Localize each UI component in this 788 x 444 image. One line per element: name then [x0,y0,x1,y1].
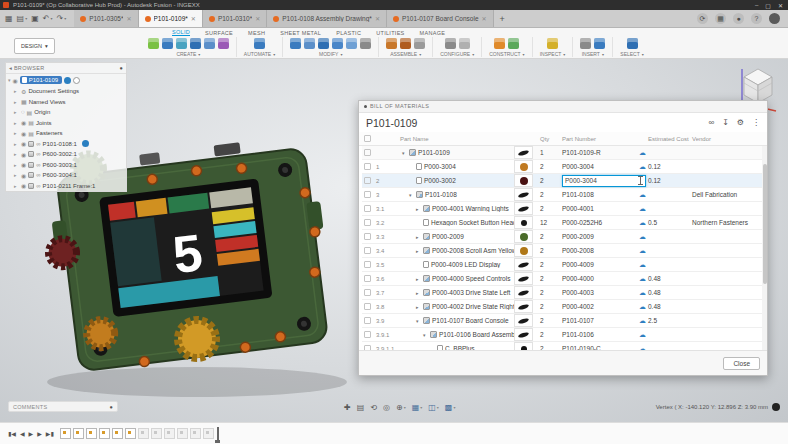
extensions-icon[interactable]: ▦ [715,13,726,24]
row-checkbox[interactable] [364,247,371,254]
part-number-edit-field[interactable]: P000-3004 [562,175,646,187]
ribbon-tab-surface[interactable]: SURFACE [205,30,233,36]
browser-item[interactable]: ▸◉▤Fasteners [6,128,126,139]
step-forward-icon[interactable]: ▶ [37,430,42,437]
go-to-start-icon[interactable]: ▮◀ [8,430,16,437]
sweep-icon[interactable] [204,38,215,49]
timeline-feature-icon[interactable] [125,428,136,439]
orbit-icon[interactable]: ⟲ [370,403,377,412]
column-part-number[interactable]: Part Number [562,136,648,142]
document-tab[interactable]: P101-0108 Assembly Drawing*✕ [267,10,387,27]
expand-icon[interactable]: ▸ [14,151,19,157]
timeline-feature-icon[interactable] [73,428,84,439]
new-tab-button[interactable]: + [494,10,511,27]
ribbon-group-label[interactable]: ASSEMBLE▾ [390,51,421,57]
row-checkbox[interactable] [364,191,371,198]
part-number-cell[interactable]: P000-4000☁ [562,275,648,283]
undo-icon[interactable]: ↶▾ [43,14,53,23]
expand-icon[interactable]: ▸ [14,120,19,126]
fillet-icon[interactable] [304,38,315,49]
ribbon-tab-utilities[interactable]: UTILITIES [376,30,404,36]
tab-close-icon[interactable]: ✕ [191,15,196,22]
eye-dim-icon[interactable]: ◌ [21,109,25,115]
column-part-name[interactable]: Part Name [400,136,514,142]
part-number-cell[interactable]: P000-4002☁ [562,303,648,311]
timeline-feature-icon[interactable] [60,428,71,439]
job-status-icon[interactable]: ⟳ [697,13,708,24]
expand-icon[interactable]: ▸ [416,234,421,240]
bom-scrollbar[interactable] [762,146,767,350]
expand-icon[interactable]: ▸ [14,88,19,94]
bom-row[interactable]: 3.2Hexagon Socket Button Head Screw DIN … [362,216,764,230]
measure-icon[interactable] [547,38,558,49]
bom-row[interactable]: ▾P101-01091P101-0109-R☁ [362,146,764,160]
browser-item[interactable]: ▸◉▤Joints [6,118,126,129]
part-number-cell[interactable]: P000-4003☁ [562,289,648,297]
combine-icon[interactable] [332,38,343,49]
offset-face-icon[interactable] [346,38,357,49]
document-tab[interactable]: P101-0109*✕ [139,10,203,27]
comments-bar[interactable]: COMMENTS ● [8,401,118,412]
ribbon-group-label[interactable]: CREATE▾ [176,51,200,57]
display-mode-icon[interactable]: ▦▾ [412,403,423,412]
insert-derive-icon[interactable] [580,38,591,49]
expand-icon[interactable]: ▸ [416,304,421,310]
workspace-selector[interactable]: DESIGN ▾ [14,38,55,54]
timeline-feature-icon[interactable] [151,428,162,439]
bom-row[interactable]: 3▾P101-01082P101-0108☁Dell Fabrication [362,188,764,202]
part-number-cell[interactable]: P000-2009☁ [562,233,648,241]
eye-icon[interactable]: ◉ [21,182,26,189]
expand-icon[interactable]: ▸ [14,130,19,136]
shell-icon[interactable] [318,38,329,49]
browser-item[interactable]: ▸▦Named Views [6,97,126,108]
pan-icon[interactable]: ✚ [344,403,351,412]
ribbon-group-label[interactable]: SELECT▾ [620,51,643,57]
eye-icon[interactable]: ◉ [21,172,26,179]
eye-icon[interactable]: ◉ [21,140,26,147]
bom-row[interactable]: 3.3▸P000-20092P000-2009☁ [362,230,764,244]
display-settings-icon[interactable]: ▤ [357,403,365,412]
more-icon[interactable]: ⋮ [752,118,760,127]
browser-root-item[interactable]: ▾ ◉ P101-0109 [6,74,126,86]
part-number-cell[interactable]: P101-0107☁ [562,317,648,325]
edit-badge[interactable] [73,77,80,84]
ribbon-tab-manage[interactable]: MANAGE [420,30,446,36]
bom-row[interactable]: 3.7▸P000-4003 Drive State Left2P000-4003… [362,286,764,300]
tab-close-icon[interactable]: ✕ [126,15,131,22]
timeline-feature-icon[interactable] [138,428,149,439]
column-vendor[interactable]: Vendor [692,136,754,142]
row-checkbox[interactable] [364,303,371,310]
export-icon[interactable]: ↧ [722,118,729,127]
part-number-cell[interactable]: P000-3004 [562,175,648,187]
expand-icon[interactable]: ▸ [14,162,19,168]
ribbon-group-label[interactable]: MODIFY▾ [319,51,342,57]
eye-icon[interactable]: ◉ [21,130,26,137]
document-tab[interactable]: P101-0310*✕ [203,10,267,27]
part-number-cell[interactable]: P101-0108☁ [562,191,648,199]
sync-badge[interactable] [64,77,71,84]
row-checkbox[interactable] [364,345,371,350]
ribbon-tab-sheet-metal[interactable]: SHEET METAL [280,30,321,36]
automate-icon[interactable] [254,38,265,49]
select-all-checkbox[interactable] [364,135,371,142]
play-icon[interactable]: ▶ [29,430,34,437]
drag-handle-icon[interactable] [364,105,367,108]
press-pull-icon[interactable] [290,38,301,49]
close-button[interactable]: ✕ [778,2,783,9]
bom-close-button[interactable]: Close [723,357,760,370]
expand-icon[interactable]: ▸ [416,290,421,296]
column-estimated-cost[interactable]: Estimated Cost [648,136,692,142]
profile-avatar[interactable] [769,13,780,24]
row-checkbox[interactable] [364,205,371,212]
column-qty[interactable]: Qty [540,136,562,142]
go-to-end-icon[interactable]: ▶▮ [46,430,54,437]
pattern-icon[interactable] [218,38,229,49]
browser-item[interactable]: ▸⚙Document Settings [6,86,126,97]
browser-item[interactable]: ▸◉∞P101-0211 Frame:1 [6,181,126,192]
insert-canvas-icon[interactable] [594,38,605,49]
part-number-cell[interactable]: P000-4001☁ [562,205,648,213]
part-number-cell[interactable]: P101-0109-R☁ [562,149,648,157]
expand-icon[interactable]: ▸ [416,206,421,212]
configure-icon[interactable] [445,38,456,49]
ribbon-group-label[interactable]: INSPECT▾ [540,51,566,57]
